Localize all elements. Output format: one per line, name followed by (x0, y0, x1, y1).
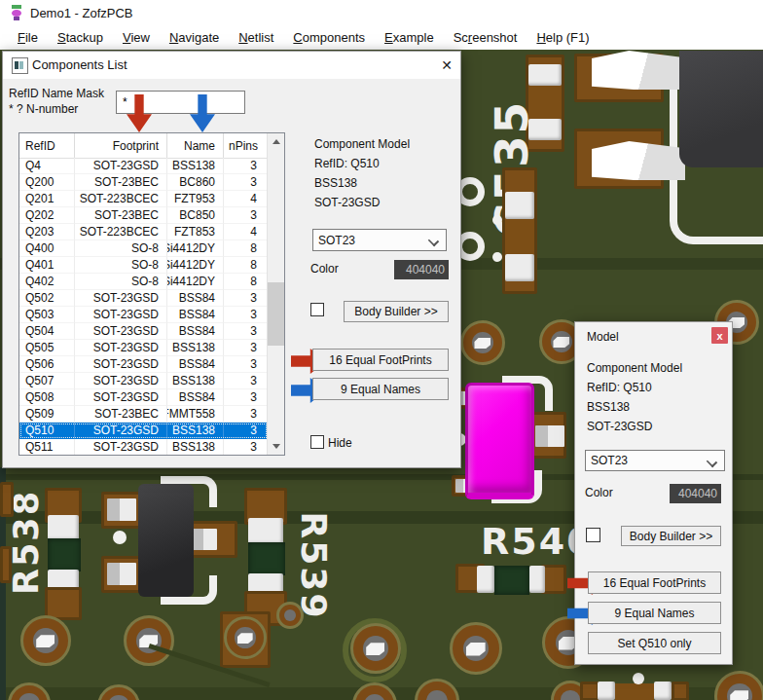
body-builder-checkbox[interactable] (586, 528, 600, 542)
table-row[interactable]: Q508 SOT-23GSD BSS84 3 (19, 389, 268, 406)
table-row[interactable]: Q507 SOT-23GSD BSS138 3 (19, 373, 268, 389)
copper-pad (0, 546, 12, 583)
equal-names-button[interactable]: 9 Equal Names (588, 602, 721, 624)
connector-tab (592, 141, 685, 180)
close-button[interactable]: x (711, 327, 728, 344)
menu-bar: File Stackup View Navigate Netlist Compo… (0, 25, 763, 50)
hide-label: Hide (328, 436, 352, 450)
application-window: Demo1 - ZofzPCB File Stackup View Naviga… (0, 0, 763, 700)
color-label: Color (585, 486, 613, 499)
panel-footprint: SOT-23GSD (314, 196, 380, 209)
table-row[interactable]: Q502 SOT-23GSD BSS84 3 (19, 290, 268, 307)
table-row[interactable]: Q511 SOT-23GSD BSS138 3 (19, 439, 268, 456)
chip-cap-end (654, 682, 672, 700)
copper-pad (580, 682, 600, 700)
panel-refid: RefID: Q510 (314, 157, 380, 170)
table-scrollbar[interactable] (267, 133, 284, 455)
body-builder-button[interactable]: Body Builder >> (344, 301, 449, 322)
menu-item[interactable]: Screenshot (444, 27, 527, 48)
table-row[interactable]: Q401 SO-8 Si4412DY 8 (19, 257, 268, 274)
menu-item[interactable]: Example (375, 27, 444, 48)
components-dialog-titlebar[interactable]: Components List ✕ (3, 52, 460, 79)
resistor-end (529, 566, 545, 593)
resistor-body (494, 566, 529, 595)
mask-label-line2: * ? N-number (9, 102, 78, 116)
scrollbar-thumb[interactable] (268, 282, 284, 346)
copper-pad (672, 682, 689, 700)
table-row[interactable]: Q201 SOT-223BCEC FZT953 4 (19, 191, 268, 207)
chip-cap-end (505, 192, 534, 219)
via (276, 602, 304, 629)
chip-cap-body (505, 219, 534, 254)
ic-chip (679, 51, 763, 167)
color-swatch[interactable]: 404040 (394, 260, 449, 279)
via (352, 682, 397, 700)
column-header-npins[interactable]: nPins (224, 133, 268, 158)
panel-refid: RefID: Q510 (587, 381, 652, 394)
hide-checkbox[interactable] (310, 435, 324, 449)
menu-item[interactable]: File (8, 27, 48, 48)
body-builder-button[interactable]: Body Builder >> (621, 526, 721, 546)
resistor-end (477, 566, 494, 593)
table-row[interactable]: Q200 SOT-23BEC BC860 3 (19, 174, 268, 191)
highlighted-component-q510[interactable] (465, 383, 534, 499)
window-title: Demo1 - ZofzPCB (30, 6, 132, 20)
via (20, 615, 71, 666)
model-select[interactable]: SOT23 (585, 450, 725, 471)
color-swatch[interactable]: 404040 (670, 484, 721, 503)
model-select[interactable]: SOT23 (312, 229, 447, 251)
table-row[interactable]: Q510 SOT-23GSD BSS138 3 (19, 423, 268, 439)
table-row[interactable]: Q400 SO-8 Si4412DY 8 (19, 240, 268, 257)
via (224, 616, 267, 659)
component-lead (192, 529, 217, 550)
via (124, 615, 174, 666)
equal-footprints-button[interactable]: 16 Equal FootPrints (312, 349, 449, 371)
body-builder-checkbox[interactable] (310, 303, 324, 316)
equal-footprints-button[interactable]: 16 Equal FootPrints (588, 571, 721, 594)
table-row[interactable]: Q505 SOT-23GSD BSS138 3 (19, 340, 268, 356)
equal-names-button[interactable]: 9 Equal Names (312, 378, 449, 400)
table-row[interactable]: Q509 SOT-23BEC FMMT558 3 (19, 406, 268, 423)
column-header-refid[interactable]: RefID (19, 133, 75, 158)
window-titlebar[interactable]: Demo1 - ZofzPCB (0, 0, 763, 25)
solder-dot (113, 531, 127, 544)
model-dialog: Model x Component Model RefID: Q510 BSS1… (574, 321, 733, 665)
column-header-name[interactable]: Name (167, 133, 224, 158)
table-row[interactable]: Q506 SOT-23GSD BSS84 3 (19, 356, 268, 373)
column-header-footprint[interactable]: Footprint (75, 133, 167, 158)
table-row[interactable]: Q203 SOT-223BCEC FZT853 4 (19, 224, 268, 240)
table-row[interactable]: Q402 SO-8 Si4412DY 8 (19, 274, 268, 290)
close-icon[interactable]: ✕ (437, 55, 456, 75)
table-row[interactable]: Q202 SOT-23BEC BC850 3 (19, 207, 268, 224)
menu-item[interactable]: Netlist (229, 27, 283, 48)
panel-heading: Component Model (587, 361, 682, 375)
menu-item[interactable]: Stackup (48, 27, 113, 48)
menu-item[interactable]: Components (283, 27, 375, 48)
resistor-body (48, 538, 81, 571)
panel-footprint: SOT-23GSD (587, 420, 652, 433)
table-body: Q4 SOT-23GSD BSS138 3 Q200 SOT-23BEC BC8… (19, 158, 268, 456)
menu-item[interactable]: View (113, 27, 160, 48)
panel-part-name: BSS138 (314, 176, 357, 190)
app-icon (9, 5, 24, 20)
scroll-up-icon[interactable] (268, 133, 284, 150)
table-row[interactable]: Q504 SOT-23GSD BSS84 3 (19, 323, 268, 340)
mask-label-line1: RefID Name Mask (9, 87, 104, 100)
set-q510-only-button[interactable]: Set Q510 only (588, 632, 721, 654)
resistor-body (248, 542, 285, 575)
chip-cap-end (598, 682, 615, 700)
sot23-component[interactable] (138, 484, 194, 597)
components-table: RefID Footprint Name nPins Q4 SOT-23GSD … (18, 132, 285, 456)
model-select-value: SOT23 (591, 454, 628, 467)
menu-item[interactable]: Help (F1) (527, 27, 599, 48)
menu-item[interactable]: Navigate (160, 27, 229, 48)
table-row[interactable]: Q503 SOT-23GSD BSS84 3 (19, 307, 268, 323)
components-list-icon (12, 57, 28, 74)
via (415, 679, 459, 700)
scroll-down-icon[interactable] (268, 438, 284, 455)
via (714, 671, 763, 700)
color-label: Color (310, 262, 339, 276)
model-select-value: SOT23 (318, 234, 355, 247)
component-lead (107, 498, 136, 521)
table-row[interactable]: Q4 SOT-23GSD BSS138 3 (19, 158, 268, 174)
